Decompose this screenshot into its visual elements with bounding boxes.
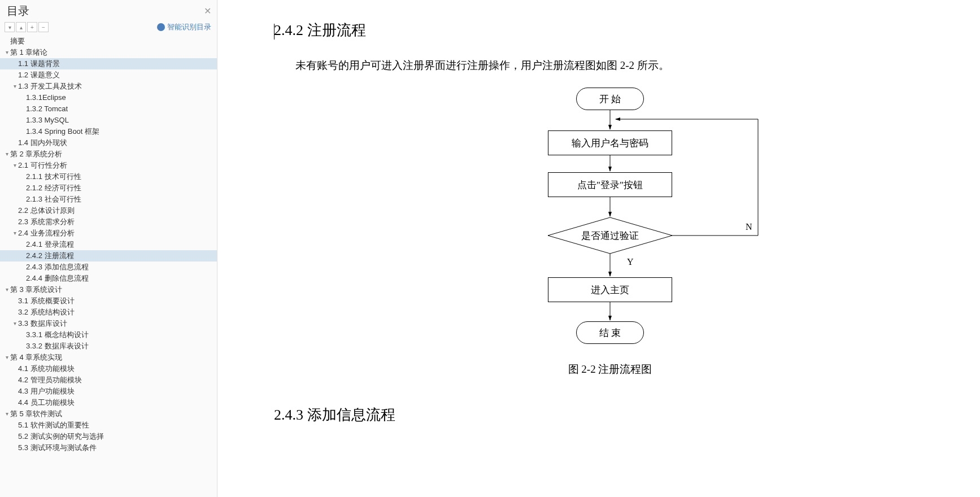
toc-item[interactable]: ▾2.1 可行性分析 — [0, 160, 217, 171]
expand-down-icon[interactable]: ▾ — [5, 22, 15, 32]
toc-item[interactable]: ▾第 2 章系统分析 — [0, 149, 217, 160]
toc-item[interactable]: 1.1 课题背景 — [0, 58, 217, 69]
document-content: 2.4.2 注册流程 未有账号的用户可进入注册界面进行注册操作，用户注册流程图如… — [217, 0, 980, 497]
flow-yes-label: Y — [627, 257, 634, 267]
flow-decision: 是否通过验证 — [570, 229, 650, 242]
toc-sidebar: 目录 ✕ ▾ ▴ + − 智能识别目录 摘要▾第 1 章绪论1.1 课题背景1.… — [0, 0, 217, 497]
toc-item-label: 1.3.3 MySQL — [26, 115, 69, 126]
toc-item[interactable]: ▾3.3 数据库设计 — [0, 318, 217, 329]
toc-item[interactable]: 1.3.3 MySQL — [0, 115, 217, 126]
toc-item[interactable]: ▾2.4 业务流程分析 — [0, 228, 217, 239]
toc-item-label: 第 4 章系统实现 — [10, 352, 62, 363]
close-icon[interactable]: ✕ — [204, 6, 211, 16]
toc-item-label: 5.2 测试实例的研究与选择 — [18, 431, 104, 442]
toc-item[interactable]: 2.4.4 删除信息流程 — [0, 273, 217, 284]
toc-item-label: 5.1 软件测试的重要性 — [18, 420, 89, 431]
collapse-up-icon[interactable]: ▴ — [16, 22, 26, 32]
toc-item-label: 5.3 测试环境与测试条件 — [18, 442, 97, 454]
text-cursor — [274, 24, 275, 40]
toc-item-label: 1.3 开发工具及技术 — [18, 81, 82, 92]
toc-item-label: 1.3.4 Spring Boot 框架 — [26, 126, 99, 137]
toc-item[interactable]: 2.1.3 社会可行性 — [0, 194, 217, 205]
flow-input: 输入用户名与密码 — [548, 130, 672, 155]
chevron-down-icon[interactable]: ▾ — [11, 318, 18, 329]
toc-item[interactable]: 3.2 系统结构设计 — [0, 307, 217, 318]
flow-start: 开 始 — [576, 88, 644, 110]
toc-item[interactable]: 3.3.1 概念结构设计 — [0, 329, 217, 341]
chevron-down-icon[interactable]: ▾ — [3, 408, 10, 420]
toc-item[interactable]: 2.4.2 注册流程 — [0, 250, 217, 261]
toc-item-label: 第 3 章系统设计 — [10, 284, 62, 295]
flow-no-label: N — [746, 222, 752, 232]
toc-item[interactable]: 1.2 课题意义 — [0, 69, 217, 81]
sidebar-toolbar: ▾ ▴ + − 智能识别目录 — [0, 21, 217, 36]
tool-icons: ▾ ▴ + − — [5, 22, 49, 32]
toc-item-label: 4.2 管理员功能模块 — [18, 374, 82, 386]
toc-item[interactable]: 3.3.2 数据库表设计 — [0, 341, 217, 352]
toc-item-label: 2.1.2 经济可行性 — [26, 182, 81, 194]
toc-item[interactable]: ▾第 5 章软件测试 — [0, 408, 217, 420]
toc-item-label: 2.4.3 添加信息流程 — [26, 261, 89, 273]
sidebar-title: 目录 — [7, 3, 29, 19]
toc-item[interactable]: 5.1 软件测试的重要性 — [0, 420, 217, 431]
toc-item[interactable]: ▾第 3 章系统设计 — [0, 284, 217, 295]
chevron-down-icon[interactable]: ▾ — [11, 160, 18, 171]
toc-item[interactable]: 5.2 测试实例的研究与选择 — [0, 431, 217, 442]
toc-item-label: 3.2 系统结构设计 — [18, 307, 75, 318]
sidebar-header: 目录 ✕ — [0, 0, 217, 21]
toc-item-label: 2.1.1 技术可行性 — [26, 171, 81, 182]
toc-item[interactable]: 2.1.1 技术可行性 — [0, 171, 217, 182]
toc-item-label: 1.2 课题意义 — [18, 69, 60, 81]
heading-242: 2.4.2 注册流程 — [274, 20, 946, 40]
flow-end: 结 束 — [576, 321, 644, 344]
toc-item-label: 4.3 用户功能模块 — [18, 386, 75, 397]
toc-item-label: 第 5 章软件测试 — [10, 408, 62, 420]
toc-item[interactable]: 2.1.2 经济可行性 — [0, 182, 217, 194]
toc-item[interactable]: 4.1 系统功能模块 — [0, 363, 217, 374]
toc-item-label: 第 1 章绪论 — [10, 47, 47, 58]
toc-item-label: 2.4.2 注册流程 — [26, 250, 74, 261]
toc-item-label: 1.1 课题背景 — [18, 58, 60, 69]
remove-icon[interactable]: − — [38, 22, 49, 32]
toc-item[interactable]: ▾1.3 开发工具及技术 — [0, 81, 217, 92]
chevron-down-icon[interactable]: ▾ — [3, 284, 10, 295]
toc-item[interactable]: 4.4 员工功能模块 — [0, 397, 217, 408]
toc-item-label: 3.3 数据库设计 — [18, 318, 67, 329]
toc-item-label: 3.3.1 概念结构设计 — [26, 329, 89, 341]
toc-item-label: 3.1 系统概要设计 — [18, 295, 75, 307]
toc-item[interactable]: 2.3 系统需求分析 — [0, 216, 217, 228]
toc-item-label: 1.3.1Eclipse — [26, 92, 66, 103]
toc-item[interactable]: ▾第 4 章系统实现 — [0, 352, 217, 363]
toc-item[interactable]: 1.3.4 Spring Boot 框架 — [0, 126, 217, 137]
toc-item[interactable]: 3.1 系统概要设计 — [0, 295, 217, 307]
smart-dot-icon — [157, 23, 165, 31]
add-icon[interactable]: + — [27, 22, 37, 32]
toc-item[interactable]: 1.3.1Eclipse — [0, 92, 217, 103]
toc-item[interactable]: 摘要 — [0, 36, 217, 47]
chevron-down-icon[interactable]: ▾ — [3, 149, 10, 160]
toc-tree[interactable]: 摘要▾第 1 章绪论1.1 课题背景1.2 课题意义▾1.3 开发工具及技术1.… — [0, 36, 217, 497]
toc-item-label: 2.4 业务流程分析 — [18, 228, 75, 239]
toc-item[interactable]: 1.4 国内外现状 — [0, 137, 217, 149]
flowchart-caption: 图 2-2 注册流程图 — [274, 362, 946, 377]
toc-item[interactable]: 4.3 用户功能模块 — [0, 386, 217, 397]
toc-item-label: 4.4 员工功能模块 — [18, 397, 75, 408]
toc-item[interactable]: 5.3 测试环境与测试条件 — [0, 442, 217, 454]
toc-item[interactable]: 2.4.1 登录流程 — [0, 239, 217, 250]
toc-item-label: 摘要 — [10, 36, 25, 47]
toc-item[interactable]: 2.2 总体设计原则 — [0, 205, 217, 216]
toc-item-label: 2.4.1 登录流程 — [26, 239, 74, 250]
toc-item[interactable]: ▾第 1 章绪论 — [0, 47, 217, 58]
toc-item-label: 2.2 总体设计原则 — [18, 205, 75, 216]
toc-item[interactable]: 2.4.3 添加信息流程 — [0, 261, 217, 273]
chevron-down-icon[interactable]: ▾ — [3, 352, 10, 363]
toc-item[interactable]: 1.3.2 Tomcat — [0, 103, 217, 115]
toc-item-label: 3.3.2 数据库表设计 — [26, 341, 89, 352]
chevron-down-icon[interactable]: ▾ — [3, 47, 10, 58]
heading-243: 2.4.3 添加信息流程 — [274, 405, 946, 425]
smart-recognition-button[interactable]: 智能识别目录 — [157, 22, 211, 32]
paragraph-242: 未有账号的用户可进入注册界面进行注册操作，用户注册流程图如图 2-2 所示。 — [274, 57, 946, 74]
chevron-down-icon[interactable]: ▾ — [11, 228, 18, 239]
chevron-down-icon[interactable]: ▾ — [11, 81, 18, 92]
toc-item[interactable]: 4.2 管理员功能模块 — [0, 374, 217, 386]
